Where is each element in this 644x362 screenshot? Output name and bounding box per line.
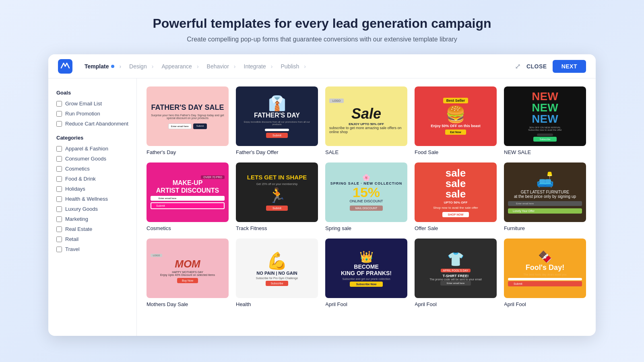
step-arrow-2: › [152, 63, 154, 70]
step-integrate-label: Integrate [244, 63, 266, 70]
template-name: Food Sale [415, 149, 497, 155]
step-behavior-label: Behavior [207, 63, 229, 70]
step-integrate[interactable]: Integrate › [240, 63, 277, 70]
template-thumb: OVER 70 PRO MAKE-UPARTIST DISCOUNTS Ente… [147, 162, 229, 222]
template-thumb: 👔 FATHER'S DAY Enjoy incredible discount… [236, 86, 318, 146]
close-button[interactable]: CLOSE [526, 63, 547, 70]
cat-health-checkbox[interactable] [56, 196, 62, 202]
step-arrow-5: › [271, 63, 273, 70]
cat-marketing-label: Marketing [65, 216, 88, 222]
cat-luxury-label: Luxury Goods [65, 206, 98, 212]
cat-marketing-checkbox[interactable] [56, 216, 62, 222]
template-card-health[interactable]: 💪 NO PAIN | NO GAIN Subscribe for Pro Gy… [236, 239, 318, 307]
template-thumb: LOGO MOM HAPPY MOTHER'S DAYEnjoy Upto 40… [147, 239, 229, 298]
cat-holidays-checkbox[interactable] [56, 186, 62, 192]
template-thumb: NEW NEW NEW 30% OFF ON NEW ARRIVALSubscr… [504, 86, 586, 146]
modal-body: Goals Grow Email List Run Promotion Redu… [48, 78, 596, 336]
expand-icon[interactable]: ⤢ [515, 62, 521, 71]
cat-apparel[interactable]: Apparel & Fashion [56, 146, 128, 152]
goal-grow-email[interactable]: Grow Email List [56, 101, 128, 107]
step-arrow-3: › [197, 63, 199, 70]
step-appearance-label: Appearance [161, 63, 192, 70]
step-design-label: Design [129, 63, 147, 70]
goals-title: Goals [56, 90, 128, 96]
step-appearance[interactable]: Appearance › [157, 63, 202, 70]
goal-grow-email-checkbox[interactable] [56, 101, 62, 107]
template-card-cosmetics[interactable]: OVER 70 PRO MAKE-UPARTIST DISCOUNTS Ente… [147, 162, 229, 231]
steps-nav: Template › Design › Appearance › Behavio… [80, 63, 515, 70]
template-name: Father's Day [147, 149, 229, 155]
cat-health[interactable]: Health & Wellness [56, 196, 128, 202]
template-name: Father's Day Offer [236, 149, 318, 155]
step-behavior[interactable]: Behavior › [203, 63, 240, 70]
templates-grid: FATHER'S DAY SALE Surprise your hero thi… [147, 86, 586, 307]
goal-reduce-cart-checkbox[interactable] [56, 121, 62, 127]
modal-header: Template › Design › Appearance › Behavio… [48, 54, 596, 78]
template-name: NEW SALE [504, 149, 586, 155]
cat-retail-checkbox[interactable] [56, 237, 62, 242]
goal-run-promotion[interactable]: Run Promotion [56, 111, 128, 117]
step-arrow-1: › [119, 63, 121, 70]
template-card-april-fool2[interactable]: 👕 APRIL FOOL'S DAY T-SHIRT FREE! The pro… [415, 239, 497, 307]
cat-marketing[interactable]: Marketing [56, 216, 128, 222]
cat-retail[interactable]: Retail [56, 236, 128, 242]
template-card-new-sale[interactable]: NEW NEW NEW 30% OFF ON NEW ARRIVALSubscr… [504, 86, 586, 155]
template-name: April Fool [325, 301, 407, 307]
cat-real-estate-label: Real Estate [65, 226, 92, 232]
step-publish[interactable]: Publish › [277, 63, 310, 70]
template-thumb: Best Seller 🍔 Enjoy 50% OFF on this beas… [415, 86, 497, 146]
template-name: Furniture [504, 225, 586, 231]
cat-cosmetics[interactable]: Cosmetics [56, 166, 128, 172]
template-card-mothers-day[interactable]: LOGO MOM HAPPY MOTHER'S DAYEnjoy Upto 40… [147, 239, 229, 307]
cat-health-label: Health & Wellness [65, 196, 108, 202]
templates-area: FATHER'S DAY SALE Surprise your hero thi… [137, 78, 596, 336]
goal-run-promotion-checkbox[interactable] [56, 111, 62, 117]
template-thumb: 🌸 SPRING SALE · NEW COLLECTION 15% ONLIN… [325, 162, 407, 222]
template-thumb: LOGO Sale ENJOY UPTO 50% OFF subscribe t… [325, 86, 407, 146]
cat-consumer-label: Consumer Goods [65, 156, 106, 162]
template-thumb: LETS GET IN SHAPE Get 15% off on your me… [236, 162, 318, 222]
template-thumb: 🛋️ GET LATEST FURNITUREat the best price… [504, 162, 586, 222]
cat-food[interactable]: Food & Drink [56, 176, 128, 182]
template-card-april-fool3[interactable]: 🍫 Fool's Day! The best fools day deals a… [504, 239, 586, 307]
cat-holidays[interactable]: Holidays [56, 186, 128, 192]
cat-luxury-checkbox[interactable] [56, 206, 62, 212]
cat-apparel-checkbox[interactable] [56, 146, 62, 152]
goal-run-promotion-label: Run Promotion [65, 111, 100, 117]
template-thumb: 👕 APRIL FOOL'S DAY T-SHIRT FREE! The pro… [415, 239, 497, 298]
cat-travel-checkbox[interactable] [56, 247, 62, 252]
step-publish-label: Publish [281, 63, 299, 70]
next-button[interactable]: NEXT [553, 60, 586, 73]
cat-cosmetics-checkbox[interactable] [56, 166, 62, 172]
template-card-food-sale[interactable]: Best Seller 🍔 Enjoy 50% OFF on this beas… [415, 86, 497, 155]
step-design[interactable]: Design › [125, 63, 157, 70]
template-thumb: FATHER'S DAY SALE Surprise your hero thi… [147, 86, 229, 146]
cat-food-checkbox[interactable] [56, 176, 62, 182]
template-card-fathers-day[interactable]: FATHER'S DAY SALE Surprise your hero thi… [147, 86, 229, 155]
cat-real-estate-checkbox[interactable] [56, 226, 62, 232]
template-card-furniture[interactable]: 🛋️ GET LATEST FURNITUREat the best price… [504, 162, 586, 231]
goal-grow-email-label: Grow Email List [65, 101, 102, 107]
template-thumb: salesalesale UPTO 50% OFF Shop now to av… [415, 162, 497, 222]
hero-title: Powerful templates for every lead genera… [153, 16, 491, 31]
template-name: Spring sale [325, 225, 407, 231]
cat-real-estate[interactable]: Real Estate [56, 226, 128, 232]
cat-consumer[interactable]: Consumer Goods [56, 156, 128, 162]
step-template[interactable]: Template › [80, 63, 125, 70]
sidebar: Goals Grow Email List Run Promotion Redu… [48, 78, 137, 336]
template-card-sale[interactable]: LOGO Sale ENJOY UPTO 50% OFF subscribe t… [325, 86, 407, 155]
template-card-offer-sale[interactable]: salesalesale UPTO 50% OFF Shop now to av… [415, 162, 497, 231]
template-card-spring-sale[interactable]: 🌸 SPRING SALE · NEW COLLECTION 15% ONLIN… [325, 162, 407, 231]
template-card-fathers-day-offer[interactable]: 👔 FATHER'S DAY Enjoy incredible discount… [236, 86, 318, 155]
template-name: Mothers Day Sale [147, 301, 229, 307]
template-name: April Fool [415, 301, 497, 307]
template-card-april-fool1[interactable]: 👑 BECOMEKING OF PRANKS! Subscribe and ge… [325, 239, 407, 307]
cat-consumer-checkbox[interactable] [56, 156, 62, 162]
categories-title: Categories [56, 135, 128, 141]
cat-luxury[interactable]: Luxury Goods [56, 206, 128, 212]
step-arrow-4: › [234, 63, 236, 70]
step-active-dot [111, 65, 114, 68]
goal-reduce-cart[interactable]: Reduce Cart Abandonment [56, 121, 128, 127]
cat-travel[interactable]: Travel [56, 246, 128, 252]
template-card-track-fitness[interactable]: LETS GET IN SHAPE Get 15% off on your me… [236, 162, 318, 231]
